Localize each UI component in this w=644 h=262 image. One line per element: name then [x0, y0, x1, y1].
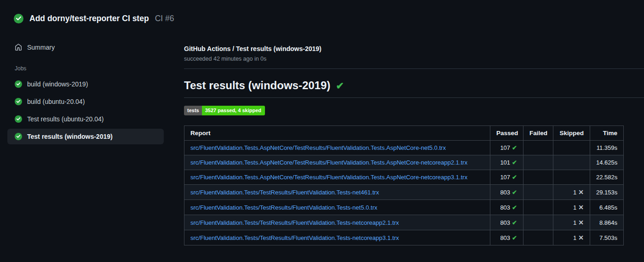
check-icon: ✔ [512, 219, 517, 226]
passed-cell: 803✔ [490, 200, 523, 215]
sidebar-item-test-results-windows-2019[interactable]: Test results (windows-2019) [7, 129, 164, 144]
tests-badge: tests 3527 passed, 4 skipped [184, 106, 265, 115]
skipped-cell: 1✕ [553, 215, 590, 230]
time-cell: 6.485s [590, 200, 624, 215]
passed-cell: 101✔ [490, 155, 523, 170]
sidebar-item-build-ubuntu-20-04[interactable]: build (ubuntu-20.04) [7, 94, 164, 109]
time-cell: 7.503s [590, 230, 624, 245]
tests-badge-value: 3527 passed, 4 skipped [202, 106, 265, 115]
report-cell: src/FluentValidation.Tests.AspNetCore/Te… [184, 141, 490, 155]
failed-cell [523, 215, 553, 230]
skipped-cell [553, 141, 590, 155]
sidebar-item-label: Test results (windows-2019) [27, 133, 113, 140]
sidebar-item-label: build (windows-2019) [27, 80, 88, 88]
cross-icon: ✕ [578, 234, 584, 241]
sidebar-item-summary[interactable]: Summary [7, 40, 164, 55]
test-results-table: ReportPassedFailedSkippedTime src/Fluent… [184, 125, 624, 245]
failed-cell [523, 141, 553, 155]
jobs-list: build (windows-2019)build (ubuntu-20.04)… [7, 76, 164, 144]
report-link[interactable]: src/FluentValidation.Tests.AspNetCore/Te… [190, 144, 446, 151]
column-header-failed: Failed [523, 126, 553, 141]
check-circle-icon [14, 14, 23, 23]
check-circle-icon [15, 98, 22, 105]
time-cell: 11.359s [590, 141, 624, 155]
jobs-section-label: Jobs [7, 57, 164, 76]
check-circle-icon [15, 115, 22, 123]
cross-icon: ✕ [578, 219, 584, 226]
passed-cell: 107✔ [490, 141, 523, 155]
sidebar-item-test-results-ubuntu-20-04[interactable]: Test results (ubuntu-20.04) [7, 111, 164, 127]
table-row: src/FluentValidation.Tests.AspNetCore/Te… [184, 155, 624, 170]
skipped-cell [553, 170, 590, 185]
time-cell: 22.582s [590, 170, 624, 185]
job-run-status: succeeded 42 minutes ago in 0s [184, 56, 644, 62]
sidebar-item-label: build (ubuntu-20.04) [27, 98, 85, 105]
time-cell: 8.864s [590, 215, 624, 230]
passed-cell: 803✔ [490, 215, 523, 230]
passed-cell: 803✔ [490, 230, 523, 245]
column-header-report: Report [184, 126, 490, 141]
passed-cell: 107✔ [490, 170, 523, 185]
report-link[interactable]: src/FluentValidation.Tests/TestResults/F… [190, 189, 379, 196]
column-header-skipped: Skipped [553, 126, 590, 141]
check-icon: ✔ [512, 144, 517, 151]
skipped-cell: 1✕ [553, 230, 590, 245]
report-link[interactable]: src/FluentValidation.Tests/TestResults/F… [190, 234, 399, 241]
report-cell: src/FluentValidation.Tests/TestResults/F… [184, 230, 490, 245]
report-cell: src/FluentValidation.Tests/TestResults/F… [184, 200, 490, 215]
table-row: src/FluentValidation.Tests/TestResults/F… [184, 200, 624, 215]
job-run-title: GitHub Actions / Test results (windows-2… [184, 45, 644, 52]
skipped-cell [553, 155, 590, 170]
main-content: GitHub Actions / Test results (windows-2… [184, 29, 644, 245]
report-heading: Test results (windows-2019) ✔ [184, 79, 644, 98]
passed-cell: 803✔ [490, 185, 523, 200]
job-run-header: GitHub Actions / Test results (windows-2… [184, 45, 644, 69]
report-link[interactable]: src/FluentValidation.Tests.AspNetCore/Te… [190, 159, 467, 166]
time-cell: 29.153s [590, 185, 624, 200]
table-row: src/FluentValidation.Tests/TestResults/F… [184, 215, 624, 230]
report-link[interactable]: src/FluentValidation.Tests/TestResults/F… [190, 204, 377, 211]
check-icon: ✔ [512, 234, 517, 241]
sidebar-summary-label: Summary [27, 44, 55, 51]
heading-check-icon: ✔ [336, 80, 344, 91]
report-cell: src/FluentValidation.Tests.AspNetCore/Te… [184, 170, 490, 185]
table-row: src/FluentValidation.Tests/TestResults/F… [184, 185, 624, 200]
workflow-run-header: Add dorny/test-reporter CI step CI #6 [0, 0, 644, 29]
tests-badge-label: tests [184, 106, 202, 115]
report-cell: src/FluentValidation.Tests/TestResults/F… [184, 215, 490, 230]
column-header-passed: Passed [490, 126, 523, 141]
report-cell: src/FluentValidation.Tests/TestResults/F… [184, 185, 490, 200]
run-number: CI #6 [155, 14, 174, 23]
table-row: src/FluentValidation.Tests/TestResults/F… [184, 230, 624, 245]
table-row: src/FluentValidation.Tests.AspNetCore/Te… [184, 170, 624, 185]
table-row: src/FluentValidation.Tests.AspNetCore/Te… [184, 141, 624, 155]
failed-cell [523, 230, 553, 245]
failed-cell [523, 185, 553, 200]
report-link[interactable]: src/FluentValidation.Tests.AspNetCore/Te… [190, 174, 467, 181]
cross-icon: ✕ [578, 188, 584, 196]
column-header-time: Time [590, 126, 624, 141]
run-title: Add dorny/test-reporter CI step [29, 14, 149, 23]
skipped-cell: 1✕ [553, 200, 590, 215]
check-circle-icon [15, 133, 22, 140]
check-circle-icon [15, 80, 22, 88]
table-header-row: ReportPassedFailedSkippedTime [184, 126, 624, 141]
report-cell: src/FluentValidation.Tests.AspNetCore/Te… [184, 155, 490, 170]
skipped-cell: 1✕ [553, 185, 590, 200]
cross-icon: ✕ [578, 204, 584, 211]
report-link[interactable]: src/FluentValidation.Tests/TestResults/F… [190, 219, 399, 226]
failed-cell [523, 155, 553, 170]
failed-cell [523, 170, 553, 185]
time-cell: 14.625s [590, 155, 624, 170]
check-icon: ✔ [512, 189, 517, 196]
sidebar-item-label: Test results (ubuntu-20.04) [27, 115, 104, 123]
failed-cell [523, 200, 553, 215]
home-icon [15, 44, 22, 51]
check-icon: ✔ [512, 174, 517, 181]
check-icon: ✔ [512, 159, 517, 166]
sidebar: Summary Jobs build (windows-2019)build (… [0, 29, 184, 146]
report-heading-text: Test results (windows-2019) [184, 79, 330, 92]
check-icon: ✔ [512, 204, 517, 211]
sidebar-item-build-windows-2019[interactable]: build (windows-2019) [7, 76, 164, 92]
